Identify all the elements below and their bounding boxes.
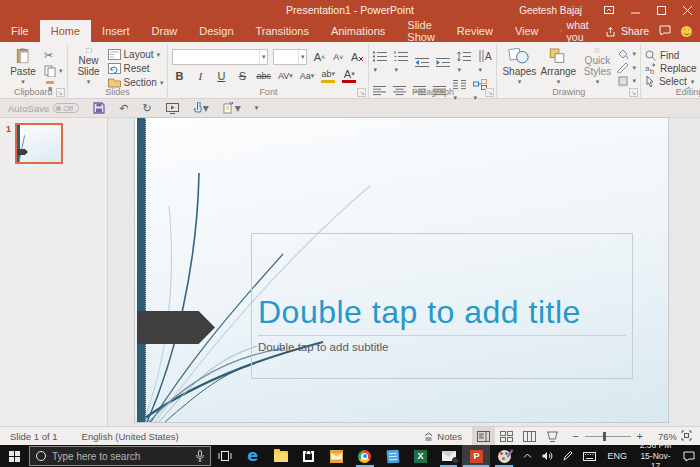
- ribbon-tab[interactable]: Transitions: [245, 20, 320, 42]
- font-dialog-launcher[interactable]: ↘: [357, 88, 366, 97]
- excel-taskbar-icon[interactable]: X: [407, 445, 435, 467]
- outlook-taskbar-icon[interactable]: [323, 445, 351, 467]
- zoom-slider-thumb[interactable]: [603, 432, 606, 441]
- font-size-caret[interactable]: ▾: [298, 50, 307, 64]
- start-from-beginning-button[interactable]: [166, 103, 179, 114]
- zoom-out-button[interactable]: −: [572, 430, 578, 442]
- ribbon-tab[interactable]: Animations: [320, 20, 396, 42]
- slide-thumbnail-panel[interactable]: 1: [0, 118, 108, 426]
- taskbar-search-box[interactable]: Type here to search: [29, 446, 211, 466]
- strikethrough-button[interactable]: abc: [256, 69, 271, 83]
- font-color-button[interactable]: A▾: [342, 69, 356, 83]
- paragraph-dialog-launcher[interactable]: ↘: [485, 88, 494, 97]
- ribbon-tab[interactable]: Draw: [141, 20, 189, 42]
- shapes-button[interactable]: Shapes ▾: [501, 45, 537, 87]
- ribbon-tab[interactable]: Slide Show: [396, 20, 446, 42]
- italic-button[interactable]: I: [193, 69, 207, 83]
- subtitle-placeholder-text[interactable]: Double tap to add subtitle: [258, 336, 626, 378]
- underline-button[interactable]: U: [214, 69, 228, 83]
- action-center-button[interactable]: [678, 445, 700, 467]
- slide-arrow-shape[interactable]: [137, 311, 215, 344]
- file-explorer-taskbar-icon[interactable]: [267, 445, 295, 467]
- chrome-taskbar-icon[interactable]: [351, 445, 379, 467]
- paste-button[interactable]: Paste ▾: [4, 45, 42, 87]
- decrease-indent-button[interactable]: [415, 57, 429, 68]
- feedback-smiley-icon[interactable]: [681, 26, 692, 37]
- bold-button[interactable]: B: [172, 69, 186, 83]
- microphone-icon[interactable]: [196, 450, 204, 462]
- powerpoint-taskbar-icon[interactable]: P: [462, 445, 490, 467]
- bullets-button[interactable]: ▾: [373, 51, 387, 74]
- comments-button[interactable]: [659, 25, 671, 38]
- redo-button[interactable]: ↻: [142, 102, 151, 115]
- font-size-input[interactable]: [274, 50, 297, 64]
- share-button[interactable]: Share: [606, 25, 649, 37]
- change-case-button[interactable]: Aa▾: [300, 69, 315, 83]
- ribbon-tab[interactable]: Design: [188, 20, 244, 42]
- collapse-ribbon-button[interactable]: ⌃: [685, 86, 692, 95]
- start-button[interactable]: [0, 445, 29, 467]
- slide-editing-canvas[interactable]: Double tap to add title Double tap to ad…: [108, 118, 700, 426]
- clear-formatting-button[interactable]: A: [350, 50, 364, 64]
- undo-button[interactable]: ↶: [119, 102, 128, 115]
- paint-taskbar-icon[interactable]: [490, 445, 518, 467]
- copy-button[interactable]: ▾: [44, 65, 63, 77]
- task-view-button[interactable]: [211, 445, 239, 467]
- font-name-input[interactable]: [173, 50, 258, 64]
- ribbon-tab[interactable]: Home: [40, 20, 91, 42]
- reading-view-button[interactable]: [518, 427, 541, 445]
- increase-indent-button[interactable]: [436, 57, 450, 68]
- shape-effects-button[interactable]: ▾: [617, 75, 636, 87]
- slide-1-thumbnail[interactable]: [15, 123, 63, 164]
- font-name-combo[interactable]: ▾: [172, 49, 268, 65]
- cut-button[interactable]: ✂: [44, 49, 63, 62]
- title-placeholder-text[interactable]: Double tap to add title: [258, 294, 626, 335]
- find-button[interactable]: Find: [645, 50, 700, 61]
- zoom-slider[interactable]: [585, 436, 631, 437]
- touch-mouse-mode-button[interactable]: ▾: [193, 102, 209, 114]
- shape-fill-button[interactable]: ▾: [617, 48, 636, 60]
- drawing-dialog-launcher[interactable]: ↘: [629, 88, 638, 97]
- ribbon-tab[interactable]: View: [504, 20, 550, 42]
- shrink-font-button[interactable]: A˅: [331, 50, 345, 64]
- text-direction-button[interactable]: A▾: [478, 50, 492, 74]
- notes-button[interactable]: Notes: [414, 427, 472, 445]
- slide-1[interactable]: Double tap to add title Double tap to ad…: [135, 118, 668, 422]
- line-spacing-button[interactable]: ▾: [457, 51, 471, 74]
- font-size-combo[interactable]: ▾: [273, 49, 307, 65]
- text-shadow-button[interactable]: S: [235, 69, 249, 83]
- tell-me-box[interactable]: Tell me what you want to do: [550, 20, 606, 42]
- grow-font-button[interactable]: A˄: [312, 50, 326, 64]
- customize-qat-button[interactable]: ▾: [223, 102, 241, 114]
- normal-view-button[interactable]: [472, 427, 495, 445]
- store-taskbar-icon[interactable]: [295, 445, 323, 467]
- new-slide-button[interactable]: New Slide ▾: [72, 45, 106, 87]
- numbering-button[interactable]: ▾: [394, 51, 408, 74]
- autosave-toggle[interactable]: AutoSave Off: [8, 103, 79, 114]
- title-placeholder[interactable]: Double tap to add title Double tap to ad…: [251, 233, 633, 379]
- quick-styles-button[interactable]: Quick Styles ▾: [579, 45, 615, 87]
- notes-app-taskbar-icon[interactable]: [379, 445, 407, 467]
- slide-show-view-button[interactable]: [541, 427, 564, 445]
- fit-slide-to-window-button[interactable]: [677, 430, 700, 443]
- layout-button[interactable]: Layout▾: [108, 49, 164, 60]
- taskbar-clock[interactable]: 2:36 PM 15-Nov-17: [633, 440, 678, 467]
- save-button[interactable]: [93, 102, 105, 114]
- pen-settings-button[interactable]: [558, 445, 578, 467]
- replace-button[interactable]: ab Replace ▾: [645, 63, 700, 74]
- language-switcher[interactable]: ENG: [601, 451, 633, 461]
- character-spacing-button[interactable]: AV▾: [278, 69, 293, 83]
- highlight-color-button[interactable]: ab▾: [321, 69, 335, 83]
- edge-taskbar-icon[interactable]: e: [239, 445, 267, 467]
- arrange-button[interactable]: Arrange ▾: [539, 45, 577, 87]
- ribbon-tab[interactable]: Insert: [91, 20, 141, 42]
- touch-keyboard-button[interactable]: [578, 445, 601, 467]
- language-indicator[interactable]: English (United States): [82, 431, 179, 442]
- show-hidden-icons-button[interactable]: [518, 445, 537, 467]
- shape-outline-button[interactable]: ▾: [617, 62, 636, 74]
- reset-button[interactable]: Reset: [108, 63, 164, 74]
- mail-taskbar-icon[interactable]: [435, 445, 463, 467]
- clipboard-dialog-launcher[interactable]: ↘: [56, 88, 65, 97]
- font-name-caret[interactable]: ▾: [259, 50, 268, 64]
- ribbon-tab[interactable]: Review: [446, 20, 504, 42]
